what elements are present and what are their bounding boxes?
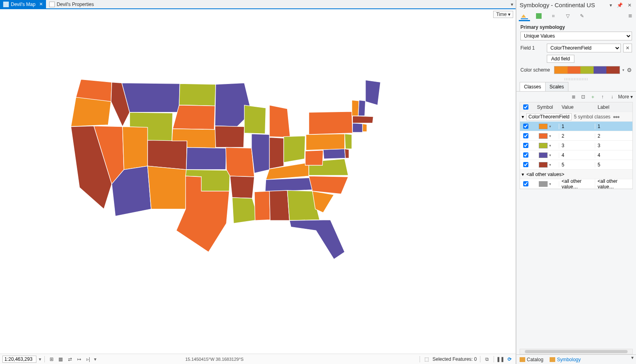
class-row[interactable]: ▾22 bbox=[520, 131, 632, 141]
swatch[interactable] bbox=[539, 133, 548, 139]
state-FL bbox=[290, 220, 345, 259]
pin-icon[interactable]: 📌 bbox=[616, 2, 624, 8]
state-NM bbox=[148, 166, 186, 209]
state-KS bbox=[186, 148, 226, 170]
state-CT bbox=[352, 123, 362, 132]
row-check[interactable] bbox=[523, 124, 528, 129]
dynamic-icon[interactable]: ▹| bbox=[85, 356, 92, 362]
state-IA bbox=[215, 126, 244, 148]
add-class-icon[interactable]: ＋ bbox=[589, 93, 596, 100]
cell-value[interactable]: 1 bbox=[559, 124, 595, 129]
grid-icon[interactable]: ⊞ bbox=[48, 356, 55, 362]
cell-label[interactable]: 1 bbox=[595, 124, 632, 129]
tab-catalog[interactable]: Catalog bbox=[516, 355, 546, 364]
move-down-icon[interactable]: ↓ bbox=[608, 93, 616, 100]
map-view[interactable]: Time ▾ bbox=[0, 9, 516, 354]
refresh-icon[interactable]: ⟳ bbox=[506, 356, 513, 362]
state-DE bbox=[345, 149, 349, 158]
grid-tab-icon[interactable]: ⌗ bbox=[548, 11, 559, 21]
cell-value[interactable]: 4 bbox=[559, 152, 595, 158]
swatch[interactable] bbox=[539, 152, 548, 158]
field1-select[interactable]: ColorTheoremField bbox=[547, 44, 621, 52]
gallery-tab-icon[interactable] bbox=[519, 11, 530, 21]
class-row[interactable]: ▾11 bbox=[520, 122, 632, 131]
cell-label[interactable]: 4 bbox=[595, 152, 632, 158]
state-IL bbox=[252, 134, 270, 173]
other-group-header[interactable]: ▾ <all other values> bbox=[520, 170, 632, 179]
class-row[interactable]: ▾55 bbox=[520, 160, 632, 170]
list-all-icon[interactable]: ≣ bbox=[570, 93, 577, 100]
tab-overflow-menu[interactable]: ▾ bbox=[508, 0, 516, 8]
cell-value[interactable]: 2 bbox=[559, 133, 595, 139]
swatch[interactable] bbox=[539, 143, 548, 148]
cell-label[interactable]: <all other value… bbox=[595, 178, 632, 190]
cell-value[interactable]: <all other value… bbox=[559, 178, 595, 190]
swatch[interactable] bbox=[539, 181, 548, 187]
tab-classes[interactable]: Classes bbox=[520, 82, 546, 91]
state-AL bbox=[270, 190, 290, 220]
chevron-down-icon[interactable]: ▾ bbox=[522, 114, 524, 120]
row-check[interactable] bbox=[523, 152, 528, 158]
cell-value[interactable]: 5 bbox=[559, 162, 595, 168]
state-OR bbox=[71, 97, 111, 126]
close-icon[interactable]: ✕ bbox=[626, 2, 633, 8]
color-scheme-picker[interactable] bbox=[554, 66, 620, 74]
symbology-icon bbox=[550, 357, 555, 362]
tab-symbology[interactable]: Symbology bbox=[546, 355, 584, 364]
state-NH bbox=[358, 100, 366, 116]
scale-input[interactable] bbox=[2, 356, 36, 363]
coordinate-readout: 15.1450415°W 38.1683129°S bbox=[185, 357, 244, 362]
selection-icon[interactable]: ⬚ bbox=[423, 356, 430, 362]
dropdown-icon[interactable]: ▾ bbox=[608, 2, 613, 8]
group-header[interactable]: ▾ ColorTheoremField 5 symbol classes ●●● bbox=[520, 112, 632, 122]
state-MA bbox=[352, 116, 373, 123]
tab-label: Devil's Map bbox=[11, 2, 36, 7]
vary-tab-icon[interactable] bbox=[533, 11, 544, 21]
cell-value[interactable]: 3 bbox=[559, 143, 595, 148]
move-up-icon[interactable]: ↑ bbox=[599, 93, 606, 100]
filter-tab-icon[interactable]: ▽ bbox=[562, 11, 573, 21]
add-values-icon[interactable]: ⊡ bbox=[580, 93, 587, 100]
advanced-tab-icon[interactable]: ✎ bbox=[576, 11, 588, 21]
class-row[interactable]: ▾44 bbox=[520, 150, 632, 160]
symbology-type-select[interactable]: Unique Values bbox=[520, 32, 632, 40]
menu-icon[interactable]: ≡ bbox=[628, 12, 634, 20]
cell-label[interactable]: 3 bbox=[595, 143, 632, 148]
state-NC bbox=[309, 176, 348, 194]
row-check[interactable] bbox=[523, 143, 528, 148]
more-menu[interactable]: More ▾ bbox=[618, 94, 633, 100]
other-values-row[interactable]: ▾ <all other value… <all other value… bbox=[520, 179, 632, 189]
splitter-handle[interactable] bbox=[564, 78, 588, 80]
more-dots-icon[interactable]: ●●● bbox=[613, 114, 619, 120]
cell-label[interactable]: 5 bbox=[595, 162, 632, 168]
group-count: 5 symbol classes bbox=[574, 114, 610, 120]
selected-features-label: Selected Features: 0 bbox=[432, 356, 477, 362]
row-check[interactable] bbox=[523, 133, 528, 138]
pause-icon[interactable]: ❚❚ bbox=[497, 356, 504, 362]
screen-icon[interactable]: ⧉ bbox=[484, 356, 490, 362]
expression-button[interactable]: ✕ bbox=[623, 44, 632, 52]
constraints-icon[interactable]: ⇄ bbox=[66, 356, 73, 362]
class-row[interactable]: ▾33 bbox=[520, 141, 632, 150]
state-NJ bbox=[345, 134, 352, 149]
row-check[interactable] bbox=[523, 181, 528, 186]
chevron-down-icon[interactable]: ▾ bbox=[522, 172, 524, 177]
state-OH bbox=[284, 136, 305, 162]
correction-icon[interactable]: ↦ bbox=[76, 356, 82, 362]
gear-icon[interactable]: ⚙ bbox=[627, 67, 632, 73]
row-check[interactable] bbox=[523, 162, 528, 167]
swatch[interactable] bbox=[539, 162, 548, 168]
tab-devils-properties[interactable]: Devil's Properties bbox=[46, 0, 97, 8]
chevron-down-icon[interactable]: ▾ bbox=[629, 355, 636, 364]
add-field-button[interactable]: Add field bbox=[547, 55, 574, 63]
cell-label[interactable]: 2 bbox=[595, 133, 632, 139]
time-button[interactable]: Time ▾ bbox=[493, 11, 513, 18]
tab-scales[interactable]: Scales bbox=[545, 82, 568, 91]
tab-devils-map[interactable]: Devil's Map ✕ bbox=[0, 0, 46, 8]
swatch[interactable] bbox=[539, 124, 548, 129]
horizontal-scrollbar[interactable] bbox=[520, 349, 633, 354]
close-icon[interactable]: ✕ bbox=[39, 2, 43, 7]
check-all[interactable] bbox=[523, 104, 528, 110]
us-map bbox=[58, 65, 402, 281]
snapping-icon[interactable]: ▦ bbox=[57, 356, 64, 362]
